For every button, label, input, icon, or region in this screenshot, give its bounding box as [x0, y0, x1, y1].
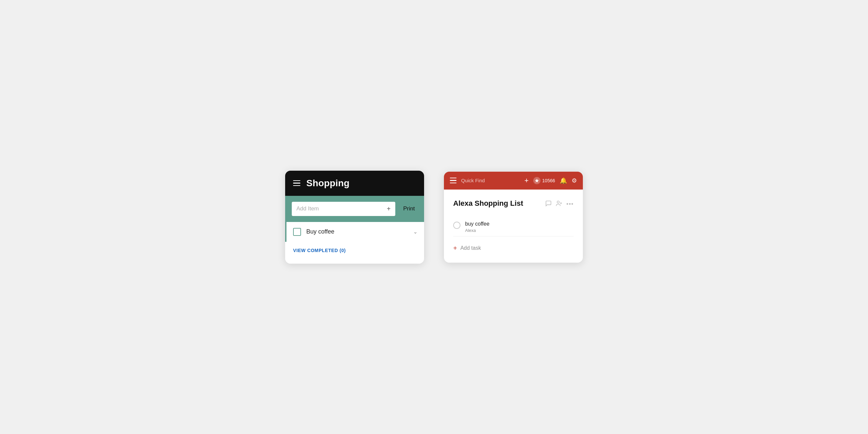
bell-icon[interactable]: 🔔: [560, 177, 567, 184]
task-checkbox[interactable]: [453, 222, 461, 229]
menu-icon[interactable]: [293, 180, 300, 186]
task-name: buy coffee: [465, 221, 490, 227]
karma-display: 10566: [533, 177, 555, 184]
add-item-placeholder: Add Item: [297, 206, 383, 212]
alexa-header: Quick Find + 10566 🔔 ⚙: [444, 172, 583, 190]
karma-count: 10566: [542, 178, 555, 183]
add-icon[interactable]: +: [524, 176, 529, 185]
item-checkbox[interactable]: [293, 228, 301, 236]
add-person-icon[interactable]: [556, 200, 562, 208]
alexa-shopping-card: Quick Find + 10566 🔔 ⚙ Alexa Shopping Li…: [444, 172, 583, 262]
shopping-list-body: Buy coffee ⌄ VIEW COMPLETED (0): [285, 222, 424, 264]
add-item-box[interactable]: Add Item +: [292, 202, 395, 216]
menu-icon[interactable]: [450, 178, 457, 184]
svg-point-0: [557, 201, 559, 203]
shopping-header: Shopping: [285, 171, 424, 196]
table-row: buy coffee Alexa: [453, 218, 574, 237]
gear-icon[interactable]: ⚙: [571, 177, 577, 184]
chevron-down-icon[interactable]: ⌄: [413, 228, 417, 235]
table-row: Buy coffee ⌄: [285, 222, 424, 242]
quick-find-placeholder[interactable]: Quick Find: [461, 178, 520, 183]
karma-icon: [533, 177, 540, 184]
item-label: Buy coffee: [306, 228, 408, 235]
add-task-plus-icon[interactable]: +: [453, 244, 457, 252]
comment-icon[interactable]: [545, 200, 552, 208]
add-task-row[interactable]: + Add task: [453, 238, 574, 252]
add-task-label: Add task: [461, 245, 481, 251]
view-completed-link[interactable]: VIEW COMPLETED (0): [285, 242, 424, 264]
title-row: Alexa Shopping List •••: [453, 199, 574, 208]
task-content: buy coffee Alexa: [465, 221, 490, 233]
header-actions: + 10566 🔔 ⚙: [524, 176, 577, 185]
shopping-title: Shopping: [306, 178, 350, 189]
add-item-plus-icon[interactable]: +: [387, 205, 391, 213]
list-title: Alexa Shopping List: [453, 199, 540, 208]
title-actions: •••: [545, 200, 574, 208]
task-assignee: Alexa: [465, 228, 490, 233]
more-options-icon[interactable]: •••: [566, 201, 574, 208]
shopping-app-card: Shopping Add Item + Print Buy coffee ⌄ V…: [285, 171, 424, 264]
alexa-body: Alexa Shopping List •••: [444, 190, 583, 262]
shopping-toolbar: Add Item + Print: [285, 196, 424, 222]
print-button[interactable]: Print: [401, 206, 417, 212]
